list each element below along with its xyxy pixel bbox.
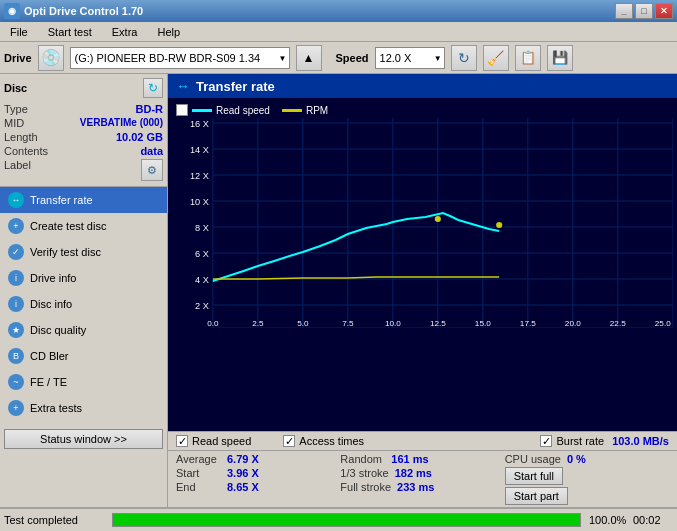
chart-header-icon: ↔ (176, 78, 190, 94)
metric-start-val: 3.96 X (227, 467, 267, 479)
burst-rate-label: Burst rate (556, 435, 604, 447)
nav-drive-info[interactable]: i Drive info (0, 265, 167, 291)
menu-help[interactable]: Help (151, 24, 186, 40)
speed-select[interactable]: 12.0 X ▼ (375, 47, 445, 69)
minimize-button[interactable]: _ (615, 3, 633, 19)
start-part-button[interactable]: Start part (505, 487, 568, 505)
start-full-button[interactable]: Start full (505, 467, 563, 485)
disc-type-row: Type BD-R (4, 102, 163, 116)
nav-disc-quality[interactable]: ★ Disc quality (0, 317, 167, 343)
nav-disc-quality-label: Disc quality (30, 324, 86, 336)
svg-text:6 X: 6 X (195, 249, 209, 259)
drive-label: Drive (4, 52, 32, 64)
access-times-check-label: Access times (299, 435, 364, 447)
disc-mid-row: MID VERBATIMe (000) (4, 116, 163, 130)
progress-time: 00:02 (633, 514, 673, 526)
disc-mid-key: MID (4, 117, 24, 129)
copy-button[interactable]: 📋 (515, 45, 541, 71)
svg-point-41 (496, 222, 502, 228)
disc-quality-icon: ★ (8, 322, 24, 338)
erase-button[interactable]: 🧹 (483, 45, 509, 71)
svg-text:12 X: 12 X (190, 171, 209, 181)
chart-header: ↔ Transfer rate (168, 74, 677, 98)
metric-random-row: Random 161 ms (340, 453, 504, 465)
metric-stroke13-val: 182 ms (395, 467, 435, 479)
chevron-down-icon: ▼ (279, 53, 287, 62)
eject-button[interactable]: ▲ (296, 45, 322, 71)
create-test-disc-icon: + (8, 218, 24, 234)
metric-stroke13-row: 1/3 stroke 182 ms (340, 467, 504, 479)
nav-transfer-rate-label: Transfer rate (30, 194, 93, 206)
svg-text:2 X: 2 X (195, 301, 209, 311)
nav-cd-bler[interactable]: B CD Bler (0, 343, 167, 369)
metric-cpu-val: 0 % (567, 453, 607, 465)
svg-text:5.0: 5.0 (297, 319, 309, 328)
status-window-button[interactable]: Status window >> (4, 429, 163, 449)
metric-group-3: CPU usage 0 % Start full Start part (505, 453, 669, 505)
svg-text:10.0: 10.0 (385, 319, 401, 328)
disc-length-row: Length 10.02 GB (4, 130, 163, 144)
drive-bar: Drive 💿 (G:) PIONEER BD-RW BDR-S09 1.34 … (0, 42, 677, 74)
drive-icon-btn[interactable]: 💿 (38, 45, 64, 71)
burst-rate-checkbox[interactable]: ✓ (540, 435, 552, 447)
nav-disc-info[interactable]: i Disc info (0, 291, 167, 317)
disc-type-val: BD-R (136, 103, 164, 115)
metric-end-val: 8.65 X (227, 481, 267, 493)
svg-text:25.0: 25.0 (655, 319, 671, 328)
status-bar: Test completed 100.0% 00:02 (0, 507, 677, 531)
nav-create-test-disc[interactable]: + Create test disc (0, 213, 167, 239)
disc-length-val: 10.02 GB (116, 131, 163, 143)
refresh-drive-button[interactable]: ↻ (451, 45, 477, 71)
speed-select-value: 12.0 X (380, 52, 412, 64)
metric-start-row: Start 3.96 X (176, 467, 340, 479)
app-title: Opti Drive Control 1.70 (24, 5, 143, 17)
nav-drive-info-label: Drive info (30, 272, 76, 284)
metric-average-key: Average (176, 453, 221, 465)
close-button[interactable]: ✕ (655, 3, 673, 19)
chart-title: Transfer rate (196, 79, 275, 94)
verify-test-disc-icon: ✓ (8, 244, 24, 260)
read-speed-checkbox[interactable]: ✓ (176, 104, 188, 116)
metric-buttons-row: Start full (505, 467, 669, 485)
svg-text:10 X: 10 X (190, 197, 209, 207)
drive-select[interactable]: (G:) PIONEER BD-RW BDR-S09 1.34 ▼ (70, 47, 290, 69)
metric-average-row: Average 6.79 X (176, 453, 340, 465)
metric-fullstroke-val: 233 ms (397, 481, 437, 493)
menu-bar: File Start test Extra Help (0, 22, 677, 42)
disc-label-edit-button[interactable]: ⚙ (141, 159, 163, 181)
menu-file[interactable]: File (4, 24, 34, 40)
metric-group-2: Random 161 ms 1/3 stroke 182 ms Full str… (340, 453, 504, 505)
main-content: Disc ↻ Type BD-R MID VERBATIMe (000) Len… (0, 74, 677, 507)
maximize-button[interactable]: □ (635, 3, 653, 19)
nav-transfer-rate[interactable]: ↔ Transfer rate (0, 187, 167, 213)
transfer-rate-icon: ↔ (8, 192, 24, 208)
read-speed-check-row: ✓ Read speed (176, 435, 251, 447)
metric-fullstroke-row: Full stroke 233 ms (340, 481, 504, 493)
svg-text:4 X: 4 X (195, 275, 209, 285)
svg-text:16 X: 16 X (190, 119, 209, 129)
save-button[interactable]: 💾 (547, 45, 573, 71)
left-panel: Disc ↻ Type BD-R MID VERBATIMe (000) Len… (0, 74, 168, 507)
progress-percentage: 100.0% (589, 514, 629, 526)
metric-start-key: Start (176, 467, 221, 479)
svg-text:17.5: 17.5 (520, 319, 536, 328)
read-speed-checkbox-bar[interactable]: ✓ (176, 435, 188, 447)
menu-start-test[interactable]: Start test (42, 24, 98, 40)
disc-info-icon: i (8, 296, 24, 312)
access-times-check-row: ✓ Access times (283, 435, 364, 447)
access-times-checkbox[interactable]: ✓ (283, 435, 295, 447)
nav-create-test-disc-label: Create test disc (30, 220, 106, 232)
menu-extra[interactable]: Extra (106, 24, 144, 40)
disc-title: Disc (4, 82, 27, 94)
disc-mid-val: VERBATIMe (000) (80, 117, 163, 129)
extra-tests-icon: + (8, 400, 24, 416)
nav-extra-tests[interactable]: + Extra tests (0, 395, 167, 421)
nav-fe-te[interactable]: ~ FE / TE (0, 369, 167, 395)
nav-verify-test-disc[interactable]: ✓ Verify test disc (0, 239, 167, 265)
rpm-color (282, 109, 302, 112)
disc-refresh-button[interactable]: ↻ (143, 78, 163, 98)
disc-label-row: Label ⚙ (4, 158, 163, 182)
speed-chevron-icon: ▼ (434, 53, 442, 62)
title-bar: ◉ Opti Drive Control 1.70 _ □ ✕ (0, 0, 677, 22)
chart-area: ✓ Read speed RPM (168, 98, 677, 431)
